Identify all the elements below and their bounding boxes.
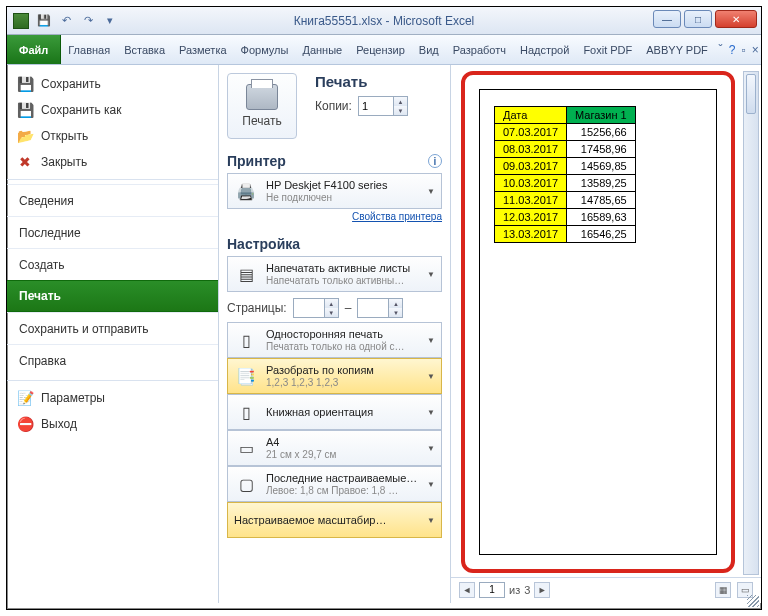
orientation-selector[interactable]: ▯ Книжная ориентация ▼: [227, 394, 442, 430]
nav-quick-item[interactable]: ✖Закрыть: [7, 149, 218, 175]
spin-up-icon[interactable]: ▲: [394, 97, 407, 106]
nav-item[interactable]: Сохранить и отправить: [7, 312, 218, 344]
backstage-nav: 💾Сохранить💾Сохранить как📂Открыть✖Закрыть…: [7, 65, 219, 603]
printer-selector[interactable]: 🖨️ HP Deskjet F4100 series Не подключен …: [227, 173, 442, 209]
minimize-button[interactable]: —: [653, 10, 681, 28]
scrollbar-thumb[interactable]: [746, 74, 756, 114]
table-row: 09.03.201714569,85: [495, 158, 636, 175]
printer-name: HP Deskjet F4100 series: [266, 179, 419, 192]
nav-label: Сохранить: [41, 77, 101, 91]
copies-label: Копии:: [315, 99, 352, 113]
nav-quick-item[interactable]: 📂Открыть: [7, 123, 218, 149]
page-to-input[interactable]: [358, 302, 392, 314]
chevron-down-icon: ▼: [427, 480, 435, 489]
margins-selector[interactable]: ▢ Последние настраиваемые …Левое: 1,8 см…: [227, 466, 442, 502]
close-button[interactable]: ✕: [715, 10, 757, 28]
margins-icon: ▢: [234, 472, 258, 496]
pages-separator: –: [345, 301, 352, 315]
table-row: 13.03.201716546,25: [495, 226, 636, 243]
nav-quick-item[interactable]: 💾Сохранить: [7, 71, 218, 97]
page-of-label: из: [509, 584, 520, 596]
ribbon-close-icon[interactable]: ×: [749, 35, 761, 64]
cell-date: 08.03.2017: [495, 141, 567, 158]
chevron-down-icon: ▼: [427, 336, 435, 345]
nav-label: Выход: [41, 417, 77, 431]
page-to-spinner[interactable]: ▲▼: [357, 298, 403, 318]
resize-grip[interactable]: [747, 595, 759, 607]
window-title: Книга55551.xlsx - Microsoft Excel: [7, 14, 761, 28]
titlebar: 💾 ↶ ↷ ▾ Книга55551.xlsx - Microsoft Exce…: [7, 7, 761, 35]
file-tab[interactable]: Файл: [7, 35, 61, 64]
cell-date: 09.03.2017: [495, 158, 567, 175]
print-what-selector[interactable]: ▤ Напечатать активные листыНапечатать то…: [227, 256, 442, 292]
ribbon-tab[interactable]: Вид: [412, 35, 446, 64]
ribbon-tab[interactable]: Разработч: [446, 35, 513, 64]
spin-down-icon[interactable]: ▼: [394, 106, 407, 115]
nav-bottom-item[interactable]: 📝Параметры: [7, 385, 218, 411]
scaling-selector[interactable]: Настраиваемое масштабир… ▼: [227, 502, 442, 538]
copies-spinner[interactable]: ▲▼: [358, 96, 408, 116]
ribbon-tab[interactable]: Надстрой: [513, 35, 576, 64]
nav-bottom-item[interactable]: ⛔Выход: [7, 411, 218, 437]
print-button[interactable]: Печать: [227, 73, 297, 139]
nav-icon: ⛔: [17, 416, 33, 432]
help-icon[interactable]: ?: [726, 35, 738, 64]
save-icon[interactable]: 💾: [35, 12, 53, 30]
show-margins-icon[interactable]: ▦: [715, 582, 731, 598]
qat-dropdown-icon[interactable]: ▾: [101, 12, 119, 30]
page-from-input[interactable]: [294, 302, 328, 314]
ribbon-tab[interactable]: Foxit PDF: [576, 35, 639, 64]
maximize-button[interactable]: □: [684, 10, 712, 28]
ribbon-tab[interactable]: Формулы: [234, 35, 296, 64]
ribbon-tab[interactable]: ABBYY PDF: [639, 35, 715, 64]
chevron-down-icon: ▼: [427, 372, 435, 381]
nav-item[interactable]: Справка: [7, 344, 218, 376]
page-number-input[interactable]: [479, 582, 505, 598]
cell-date: 12.03.2017: [495, 209, 567, 226]
printer-status: Не подключен: [266, 192, 419, 204]
a4-icon: ▭: [234, 436, 258, 460]
minimize-ribbon-icon[interactable]: ˇ: [715, 35, 727, 64]
page-from-spinner[interactable]: ▲▼: [293, 298, 339, 318]
copies-input[interactable]: [359, 100, 393, 112]
excel-icon: [13, 13, 29, 29]
page-single-icon: ▯: [234, 328, 258, 352]
cell-value: 14785,65: [567, 192, 636, 209]
collate-icon: 📑: [234, 364, 258, 388]
cell-date: 10.03.2017: [495, 175, 567, 192]
cell-value: 13589,25: [567, 175, 636, 192]
quick-access-toolbar: 💾 ↶ ↷ ▾: [35, 12, 119, 30]
chevron-down-icon: ▼: [427, 270, 435, 279]
nav-label: Сохранить как: [41, 103, 121, 117]
preview-page: Дата Магазин 1 07.03.201715256,6608.03.2…: [479, 89, 717, 555]
paper-size-selector[interactable]: ▭ A421 см x 29,7 см ▼: [227, 430, 442, 466]
nav-item[interactable]: Создать: [7, 248, 218, 280]
table-row: 10.03.201713589,25: [495, 175, 636, 192]
ribbon-tab[interactable]: Главная: [61, 35, 117, 64]
ribbon-restore-icon[interactable]: ▫: [738, 35, 750, 64]
ribbon: Файл ГлавнаяВставкаРазметкаФормулыДанные…: [7, 35, 761, 65]
next-page-button[interactable]: ►: [534, 582, 550, 598]
nav-icon: 💾: [17, 76, 33, 92]
nav-icon: 💾: [17, 102, 33, 118]
nav-item[interactable]: Последние: [7, 216, 218, 248]
nav-item[interactable]: Сведения: [7, 184, 218, 216]
printer-properties-link[interactable]: Свойства принтера: [227, 211, 442, 222]
ribbon-tab[interactable]: Рецензир: [349, 35, 412, 64]
ribbon-tab[interactable]: Разметка: [172, 35, 234, 64]
vertical-scrollbar[interactable]: [743, 71, 759, 575]
print-panel: Печать Печать Копии: ▲▼ Принтер i: [219, 65, 451, 603]
undo-icon[interactable]: ↶: [57, 12, 75, 30]
ribbon-tab[interactable]: Данные: [295, 35, 349, 64]
table-header: Магазин 1: [567, 107, 636, 124]
nav-quick-item[interactable]: 💾Сохранить как: [7, 97, 218, 123]
table-row: 12.03.201716589,63: [495, 209, 636, 226]
sides-selector[interactable]: ▯ Односторонняя печатьПечатать только на…: [227, 322, 442, 358]
collate-selector[interactable]: 📑 Разобрать по копиям1,2,3 1,2,3 1,2,3 ▼: [227, 358, 442, 394]
ribbon-tab[interactable]: Вставка: [117, 35, 172, 64]
nav-item[interactable]: Печать: [7, 280, 218, 312]
chevron-down-icon: ▼: [427, 444, 435, 453]
redo-icon[interactable]: ↷: [79, 12, 97, 30]
prev-page-button[interactable]: ◄: [459, 582, 475, 598]
info-icon[interactable]: i: [428, 154, 442, 168]
